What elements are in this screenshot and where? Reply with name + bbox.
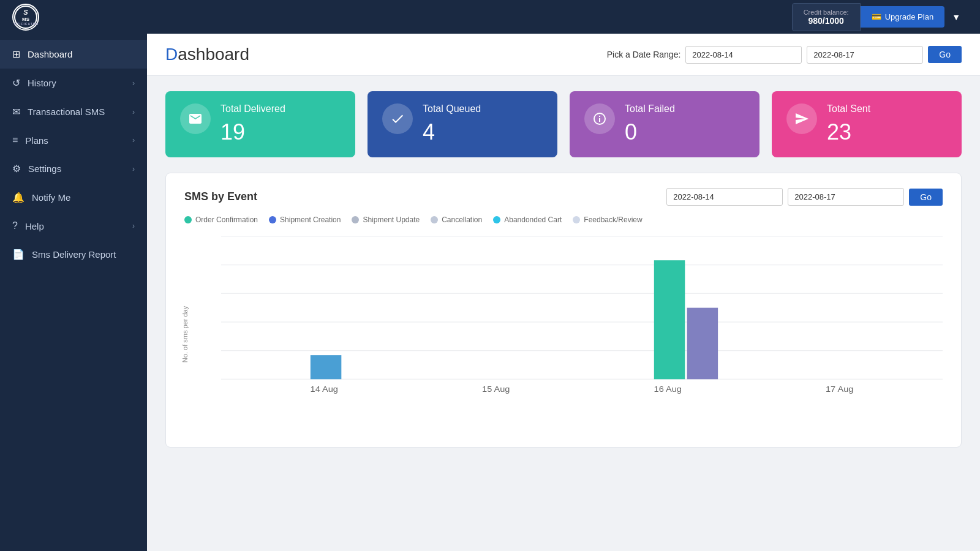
sidebar-item-label: Notify Me xyxy=(32,192,70,203)
logo: S MS NOTIFICATION xyxy=(12,4,39,31)
legend-dot-cancellation xyxy=(431,216,438,223)
content-area: Dashboard Pick a Date Range: Go Total De… xyxy=(147,34,980,551)
legend-label: Shipment Creation xyxy=(280,216,341,224)
chart-section: SMS by Event Go Order Confirmation Shipm… xyxy=(165,173,962,448)
failed-icon xyxy=(584,103,615,134)
legend-order-confirmation: Order Confirmation xyxy=(184,216,258,224)
bar-16aug-shipment-creation xyxy=(687,308,718,380)
sidebar-item-label: Settings xyxy=(28,163,61,174)
sent-label: Total Sent xyxy=(827,103,870,114)
credit-value: 980/1000 xyxy=(804,16,849,26)
sidebar-item-label: History xyxy=(28,78,56,88)
chart-svg: 6 4 2 0 14 Aug 15 Aug 16 Aug 17 Aug xyxy=(221,236,943,408)
upgrade-button[interactable]: 💳 Upgrade Plan xyxy=(861,6,945,28)
sent-icon xyxy=(786,103,817,134)
queued-icon xyxy=(382,103,413,134)
legend-dot-shipment-creation xyxy=(269,216,276,223)
main-layout: ⊞ Dashboard ↺ History › ✉ Transactional … xyxy=(0,34,980,551)
sidebar-item-dashboard[interactable]: ⊞ Dashboard xyxy=(0,40,147,69)
stat-card-queued: Total Queued 4 xyxy=(368,91,557,157)
legend-dot-abandoned-cart xyxy=(493,216,500,223)
credit-card-icon: 💳 xyxy=(872,12,881,21)
sidebar-item-transactional-sms[interactable]: ✉ Transactional SMS › xyxy=(0,97,147,126)
chart-header: SMS by Event Go xyxy=(184,188,943,206)
sidebar-item-label: Dashboard xyxy=(28,49,72,59)
date-to-input[interactable] xyxy=(807,46,923,64)
legend-shipment-creation: Shipment Creation xyxy=(269,216,341,224)
legend-dot-order-confirmation xyxy=(184,216,192,223)
chart-title: SMS by Event xyxy=(184,190,257,203)
sidebar-item-settings[interactable]: ⚙ Settings › xyxy=(0,154,147,183)
chart-date-to-input[interactable] xyxy=(788,188,904,206)
legend-abandoned-cart: Abandonded Cart xyxy=(493,216,562,224)
legend-dot-shipment-update xyxy=(352,216,359,223)
sidebar-item-help[interactable]: ? Help › xyxy=(0,212,147,240)
settings-icon: ⚙ xyxy=(12,163,21,174)
delivered-value: 19 xyxy=(221,119,285,145)
plans-icon: ≡ xyxy=(12,135,18,146)
stat-card-sent: Total Sent 23 xyxy=(772,91,962,157)
bar-14aug-abandoned xyxy=(311,355,341,379)
svg-text:14 Aug: 14 Aug xyxy=(311,385,338,394)
chart-area: 6 4 2 0 14 Aug 15 Aug 16 Aug 17 Aug xyxy=(184,236,943,432)
page-header: Dashboard Pick a Date Range: Go xyxy=(147,34,980,76)
chevron-icon: › xyxy=(132,108,135,116)
legend-label: Feedback/Review xyxy=(584,216,642,224)
credit-label: Credit balance: xyxy=(804,9,849,16)
sidebar-item-plans[interactable]: ≡ Plans › xyxy=(0,126,147,154)
chart-date-from-input[interactable] xyxy=(666,188,783,206)
help-icon: ? xyxy=(12,220,18,231)
date-go-button[interactable]: Go xyxy=(928,46,962,63)
legend-dot-feedback-review xyxy=(573,216,580,223)
legend-label: Order Confirmation xyxy=(195,216,258,224)
sidebar-item-label: Sms Delivery Report xyxy=(32,249,116,260)
logo-circle: S MS NOTIFICATION xyxy=(12,4,39,31)
stat-card-delivered: Total Delivered 19 xyxy=(165,91,355,157)
date-range-label: Pick a Date Range: xyxy=(607,50,681,59)
sidebar-item-sms-delivery-report[interactable]: 📄 Sms Delivery Report xyxy=(0,240,147,269)
y-axis-label: No. of sms per day xyxy=(181,306,189,362)
svg-text:16 Aug: 16 Aug xyxy=(654,385,682,394)
sidebar: ⊞ Dashboard ↺ History › ✉ Transactional … xyxy=(0,34,147,551)
svg-text:NOTIFICATION: NOTIFICATION xyxy=(13,22,38,26)
topbar-dropdown-button[interactable]: ▼ xyxy=(944,6,968,28)
notify-icon: 🔔 xyxy=(12,192,24,203)
sidebar-item-label: Help xyxy=(25,221,44,231)
queued-value: 4 xyxy=(423,119,481,145)
chevron-icon: › xyxy=(132,222,135,230)
date-range-filter: Pick a Date Range: Go xyxy=(607,46,962,64)
stat-card-failed: Total Failed 0 xyxy=(570,91,760,157)
page-title: Dashboard xyxy=(165,45,249,64)
chevron-icon: › xyxy=(132,165,135,173)
legend-feedback-review: Feedback/Review xyxy=(573,216,642,224)
report-icon: 📄 xyxy=(12,249,24,260)
sidebar-item-notify-me[interactable]: 🔔 Notify Me xyxy=(0,183,147,212)
failed-value: 0 xyxy=(625,119,675,145)
topbar: S MS NOTIFICATION Credit balance: 980/10… xyxy=(0,0,980,34)
legend-label: Abandonded Cart xyxy=(504,216,562,224)
chart-date-range: Go xyxy=(666,188,943,206)
delivered-icon xyxy=(180,103,211,134)
topbar-right: Credit balance: 980/1000 💳 Upgrade Plan … xyxy=(792,3,968,31)
sidebar-item-history[interactable]: ↺ History › xyxy=(0,69,147,97)
credit-info: Credit balance: 980/1000 xyxy=(792,3,861,31)
title-rest: ashboard xyxy=(178,45,249,64)
svg-text:MS: MS xyxy=(22,17,30,22)
sent-value: 23 xyxy=(827,119,870,145)
queued-label: Total Queued xyxy=(423,103,481,114)
chevron-icon: › xyxy=(132,136,135,144)
svg-text:15 Aug: 15 Aug xyxy=(482,385,510,394)
legend-label: Shipment Update xyxy=(363,216,420,224)
chevron-icon: › xyxy=(132,79,135,88)
chart-go-button[interactable]: Go xyxy=(909,189,943,206)
sidebar-item-label: Plans xyxy=(25,135,48,146)
sms-icon: ✉ xyxy=(12,106,20,118)
legend-shipment-update: Shipment Update xyxy=(352,216,420,224)
sidebar-item-label: Transactional SMS xyxy=(28,107,105,117)
chart-legend: Order Confirmation Shipment Creation Shi… xyxy=(184,216,943,224)
legend-cancellation: Cancellation xyxy=(431,216,482,224)
bar-16aug-order-confirmation xyxy=(654,260,685,379)
stats-row: Total Delivered 19 Total Queued 4 Tota xyxy=(147,76,980,173)
date-from-input[interactable] xyxy=(685,46,802,64)
delivered-label: Total Delivered xyxy=(221,103,285,114)
